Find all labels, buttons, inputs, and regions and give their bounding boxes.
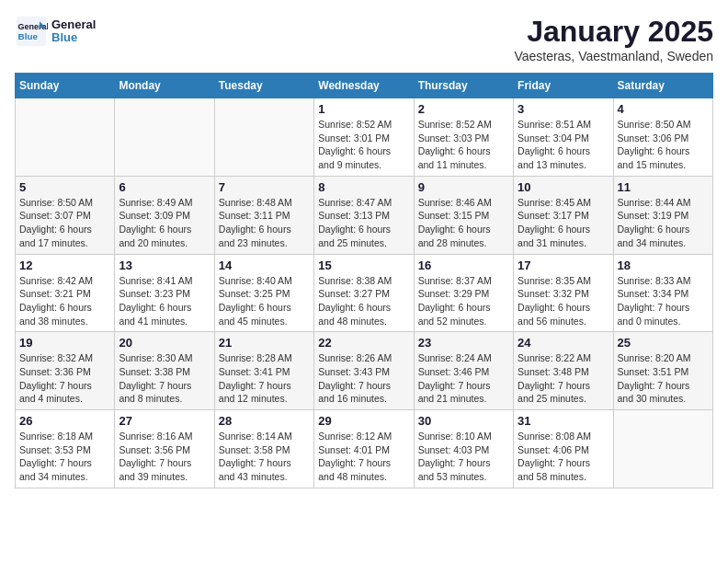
day-number: 27 <box>119 414 210 428</box>
day-info: Sunrise: 8:33 AMSunset: 3:34 PMDaylight:… <box>618 274 709 328</box>
calendar-day-22: 22Sunrise: 8:26 AMSunset: 3:43 PMDayligh… <box>314 332 414 410</box>
calendar-week-row: 26Sunrise: 8:18 AMSunset: 3:53 PMDayligh… <box>16 410 713 488</box>
calendar-empty-cell <box>613 410 712 488</box>
calendar-day-23: 23Sunrise: 8:24 AMSunset: 3:46 PMDayligh… <box>414 332 513 410</box>
day-number: 8 <box>318 180 409 194</box>
calendar-day-11: 11Sunrise: 8:44 AMSunset: 3:19 PMDayligh… <box>613 176 712 254</box>
day-info: Sunrise: 8:12 AMSunset: 4:01 PMDaylight:… <box>318 430 409 484</box>
day-number: 12 <box>19 259 110 272</box>
day-info: Sunrise: 8:41 AMSunset: 3:23 PMDaylight:… <box>119 274 210 328</box>
day-info: Sunrise: 8:16 AMSunset: 3:56 PMDaylight:… <box>119 430 210 484</box>
day-info: Sunrise: 8:50 AMSunset: 3:06 PMDaylight:… <box>618 118 709 172</box>
day-info: Sunrise: 8:26 AMSunset: 3:43 PMDaylight:… <box>318 351 409 406</box>
day-info: Sunrise: 8:46 AMSunset: 3:15 PMDaylight:… <box>418 196 509 250</box>
day-number: 29 <box>318 414 409 428</box>
calendar-empty-cell <box>214 98 313 177</box>
calendar-day-4: 4Sunrise: 8:50 AMSunset: 3:06 PMDaylight… <box>613 98 712 177</box>
day-number: 11 <box>618 180 709 194</box>
location-subtitle: Vaesteras, Vaestmanland, Sweden <box>514 49 713 63</box>
calendar-day-17: 17Sunrise: 8:35 AMSunset: 3:32 PMDayligh… <box>514 254 613 332</box>
day-number: 22 <box>318 336 409 350</box>
weekday-header-wednesday: Wednesday <box>314 74 414 98</box>
day-info: Sunrise: 8:50 AMSunset: 3:07 PMDaylight:… <box>19 196 110 250</box>
calendar-day-15: 15Sunrise: 8:38 AMSunset: 3:27 PMDayligh… <box>314 254 414 332</box>
day-number: 15 <box>318 259 409 272</box>
calendar-day-24: 24Sunrise: 8:22 AMSunset: 3:48 PMDayligh… <box>514 332 613 410</box>
calendar-week-row: 19Sunrise: 8:32 AMSunset: 3:36 PMDayligh… <box>16 332 713 410</box>
day-number: 16 <box>418 259 509 272</box>
calendar-day-8: 8Sunrise: 8:47 AMSunset: 3:13 PMDaylight… <box>314 176 414 254</box>
calendar-table: SundayMondayTuesdayWednesdayThursdayFrid… <box>15 73 713 488</box>
day-info: Sunrise: 8:44 AMSunset: 3:19 PMDaylight:… <box>618 196 709 250</box>
day-number: 4 <box>618 102 709 116</box>
day-number: 20 <box>119 336 210 350</box>
day-number: 28 <box>219 414 310 428</box>
day-info: Sunrise: 8:24 AMSunset: 3:46 PMDaylight:… <box>418 351 509 406</box>
calendar-day-18: 18Sunrise: 8:33 AMSunset: 3:34 PMDayligh… <box>613 254 712 332</box>
day-info: Sunrise: 8:52 AMSunset: 3:01 PMDaylight:… <box>318 118 409 172</box>
calendar-day-30: 30Sunrise: 8:10 AMSunset: 4:03 PMDayligh… <box>414 410 513 488</box>
calendar-day-1: 1Sunrise: 8:52 AMSunset: 3:01 PMDaylight… <box>314 98 414 177</box>
calendar-day-14: 14Sunrise: 8:40 AMSunset: 3:25 PMDayligh… <box>214 254 313 332</box>
calendar-day-20: 20Sunrise: 8:30 AMSunset: 3:38 PMDayligh… <box>115 332 214 410</box>
calendar-day-26: 26Sunrise: 8:18 AMSunset: 3:53 PMDayligh… <box>16 410 115 488</box>
day-number: 14 <box>219 259 310 272</box>
day-number: 17 <box>518 259 609 272</box>
calendar-day-5: 5Sunrise: 8:50 AMSunset: 3:07 PMDaylight… <box>16 176 115 254</box>
weekday-header-saturday: Saturday <box>613 74 712 98</box>
calendar-day-12: 12Sunrise: 8:42 AMSunset: 3:21 PMDayligh… <box>16 254 115 332</box>
calendar-day-31: 31Sunrise: 8:08 AMSunset: 4:06 PMDayligh… <box>514 410 613 488</box>
day-info: Sunrise: 8:14 AMSunset: 3:58 PMDaylight:… <box>219 430 310 484</box>
day-number: 7 <box>219 180 310 194</box>
calendar-empty-cell <box>16 98 115 177</box>
day-number: 30 <box>418 414 509 428</box>
day-info: Sunrise: 8:42 AMSunset: 3:21 PMDaylight:… <box>19 274 110 328</box>
day-info: Sunrise: 8:38 AMSunset: 3:27 PMDaylight:… <box>318 274 409 328</box>
calendar-empty-cell <box>115 98 214 177</box>
day-info: Sunrise: 8:10 AMSunset: 4:03 PMDaylight:… <box>418 430 509 484</box>
calendar-day-21: 21Sunrise: 8:28 AMSunset: 3:41 PMDayligh… <box>214 332 313 410</box>
calendar-day-9: 9Sunrise: 8:46 AMSunset: 3:15 PMDaylight… <box>414 176 513 254</box>
day-number: 6 <box>119 180 210 194</box>
calendar-week-row: 12Sunrise: 8:42 AMSunset: 3:21 PMDayligh… <box>16 254 713 332</box>
day-number: 2 <box>418 102 509 116</box>
svg-text:Blue: Blue <box>18 31 39 41</box>
calendar-day-29: 29Sunrise: 8:12 AMSunset: 4:01 PMDayligh… <box>314 410 414 488</box>
logo-text-line2: Blue <box>51 31 96 44</box>
calendar-day-6: 6Sunrise: 8:49 AMSunset: 3:09 PMDaylight… <box>115 176 214 254</box>
calendar-day-27: 27Sunrise: 8:16 AMSunset: 3:56 PMDayligh… <box>115 410 214 488</box>
day-number: 10 <box>518 180 609 194</box>
logo-text-line1: General <box>51 18 96 31</box>
logo-icon: General Blue <box>15 15 48 48</box>
logo: General Blue General Blue <box>15 15 96 48</box>
calendar-day-16: 16Sunrise: 8:37 AMSunset: 3:29 PMDayligh… <box>414 254 513 332</box>
weekday-header-row: SundayMondayTuesdayWednesdayThursdayFrid… <box>16 74 713 98</box>
day-info: Sunrise: 8:45 AMSunset: 3:17 PMDaylight:… <box>518 196 609 250</box>
day-number: 18 <box>618 259 709 272</box>
calendar-day-28: 28Sunrise: 8:14 AMSunset: 3:58 PMDayligh… <box>214 410 313 488</box>
day-number: 13 <box>119 259 210 272</box>
day-number: 9 <box>418 180 509 194</box>
day-info: Sunrise: 8:20 AMSunset: 3:51 PMDaylight:… <box>618 351 709 406</box>
calendar-day-10: 10Sunrise: 8:45 AMSunset: 3:17 PMDayligh… <box>514 176 613 254</box>
calendar-day-19: 19Sunrise: 8:32 AMSunset: 3:36 PMDayligh… <box>16 332 115 410</box>
calendar-day-13: 13Sunrise: 8:41 AMSunset: 3:23 PMDayligh… <box>115 254 214 332</box>
day-info: Sunrise: 8:18 AMSunset: 3:53 PMDaylight:… <box>19 430 110 484</box>
day-number: 23 <box>418 336 509 350</box>
calendar-day-3: 3Sunrise: 8:51 AMSunset: 3:04 PMDaylight… <box>514 98 613 177</box>
calendar-week-row: 1Sunrise: 8:52 AMSunset: 3:01 PMDaylight… <box>16 98 713 177</box>
day-info: Sunrise: 8:28 AMSunset: 3:41 PMDaylight:… <box>219 351 310 406</box>
day-number: 5 <box>19 180 110 194</box>
calendar-day-25: 25Sunrise: 8:20 AMSunset: 3:51 PMDayligh… <box>613 332 712 410</box>
weekday-header-tuesday: Tuesday <box>214 74 313 98</box>
day-number: 31 <box>518 414 609 428</box>
weekday-header-thursday: Thursday <box>414 74 513 98</box>
month-title: January 2025 <box>514 15 713 49</box>
day-number: 21 <box>219 336 310 350</box>
day-info: Sunrise: 8:37 AMSunset: 3:29 PMDaylight:… <box>418 274 509 328</box>
page-header: General Blue General Blue January 2025 V… <box>15 15 713 63</box>
weekday-header-monday: Monday <box>115 74 214 98</box>
day-info: Sunrise: 8:52 AMSunset: 3:03 PMDaylight:… <box>418 118 509 172</box>
day-info: Sunrise: 8:32 AMSunset: 3:36 PMDaylight:… <box>19 351 110 406</box>
day-info: Sunrise: 8:49 AMSunset: 3:09 PMDaylight:… <box>119 196 210 250</box>
